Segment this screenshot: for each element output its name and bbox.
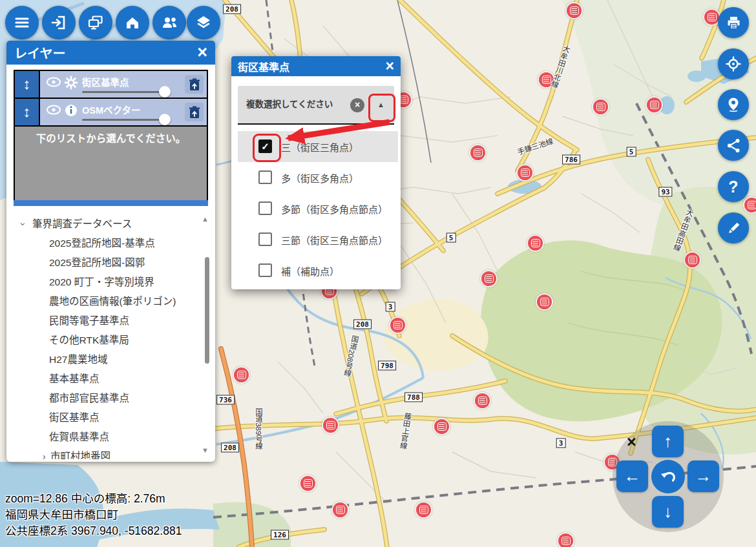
home-button[interactable] <box>116 6 149 39</box>
opacity-slider[interactable] <box>82 119 160 121</box>
map-marker-sankaku[interactable] <box>331 501 349 519</box>
layer-tree-item[interactable]: 民間等電子基準点 <box>6 311 215 331</box>
map-marker-sankaku[interactable] <box>480 270 498 287</box>
remove-layer-button[interactable] <box>185 75 204 94</box>
marker-glyph-icon <box>394 321 403 329</box>
opacity-slider-knob[interactable] <box>159 86 171 98</box>
layer-tree-item[interactable]: 2025登記所地図-基準点 <box>6 234 215 253</box>
opacity-slider-knob[interactable] <box>159 114 171 125</box>
layer-row[interactable]: ↕ OSMベクター <box>15 99 207 127</box>
dropdown-option[interactable]: 補（補助点） <box>238 255 398 286</box>
pan-left-button[interactable]: ← <box>616 460 648 492</box>
marker-glyph-icon <box>531 239 540 247</box>
map-marker-sankaku[interactable] <box>527 234 544 252</box>
layer-tree-item[interactable]: 佐賀県基準点 <box>6 428 215 447</box>
map-marker-sankaku[interactable] <box>565 2 583 19</box>
layer-tree-item[interactable]: 都市部官民基準点 <box>6 389 215 408</box>
scroll-up-icon[interactable]: ▲ <box>202 215 209 223</box>
checkbox-checked[interactable]: ✓ <box>258 139 272 153</box>
visibility-eye-icon[interactable] <box>46 77 61 87</box>
map-marker-sankaku[interactable] <box>536 293 553 311</box>
drag-handle-icon[interactable]: ↕ <box>15 99 40 125</box>
dropdown-option[interactable]: 多節（街区多角点節点） <box>238 193 398 224</box>
info-icon[interactable] <box>64 103 78 118</box>
marker-glyph-icon <box>326 421 335 429</box>
undo-view-button[interactable] <box>651 460 685 493</box>
share-icon <box>726 138 742 154</box>
marker-glyph-icon <box>748 201 756 209</box>
opacity-slider[interactable] <box>82 91 160 93</box>
map-marker-sankaku[interactable] <box>516 164 534 181</box>
map-marker-sankaku[interactable] <box>592 98 609 116</box>
scrollbar-thumb[interactable] <box>205 257 209 364</box>
map-marker-sankaku[interactable] <box>646 96 663 114</box>
checkbox-unchecked[interactable] <box>258 201 272 215</box>
help-button[interactable]: ? <box>718 171 749 202</box>
map-marker-sankaku[interactable] <box>684 251 701 269</box>
tree-parent-node[interactable]: › 筆界調査データベース <box>6 214 215 234</box>
share-button[interactable] <box>718 130 749 161</box>
displays-button[interactable] <box>79 6 112 39</box>
pan-down-button[interactable]: ↓ <box>652 496 684 528</box>
chevron-expanded-icon[interactable]: › <box>14 223 33 226</box>
marker-glyph-icon <box>688 256 697 264</box>
remove-layer-button[interactable] <box>185 103 204 121</box>
gear-icon[interactable] <box>64 76 78 90</box>
layer-tree-item[interactable]: 農地の区画情報(筆ポリゴン) <box>6 292 215 311</box>
multiselect-field[interactable]: 複数選択してください × ▲ <box>238 86 394 125</box>
layers-button[interactable] <box>187 6 220 39</box>
dropdown-arrow-icon[interactable]: ▲ <box>377 101 384 108</box>
tree-collapsed-node[interactable]: › 市町村地番図 <box>6 447 215 459</box>
map-marker-sankaku[interactable] <box>389 316 406 334</box>
layer-tree: › 筆界調査データベース 2025登記所地図-基準点2025登記所地図-図郭20… <box>6 208 215 459</box>
layer-row[interactable]: ↕ 街区基準点 <box>15 71 207 99</box>
clear-selection-button[interactable]: × <box>350 98 364 112</box>
chevron-collapsed-icon[interactable]: › <box>43 447 46 459</box>
dropdown-option[interactable]: 多（街区多角点） <box>238 162 398 193</box>
dropdown-option[interactable]: 三節（街区三角点節点） <box>238 224 398 255</box>
layer-tree-item[interactable]: 2020 町丁・字等別境界 <box>6 273 215 292</box>
map-marker-sankaku[interactable] <box>415 501 432 519</box>
close-icon[interactable]: × <box>386 57 394 75</box>
layer-tree-item[interactable]: 基本基準点 <box>6 369 215 389</box>
option-label: 三節（街区三角点節点） <box>281 233 388 247</box>
pan-right-button[interactable]: → <box>688 460 719 492</box>
marker-glyph-icon <box>237 371 246 379</box>
dialog-title: 街区基準点 <box>238 59 289 74</box>
draw-button[interactable] <box>718 212 749 243</box>
dropdown-option-list: ✓三（街区三角点）多（街区多角点）多節（街区多角点節点）三節（街区三角点節点）補… <box>238 131 398 286</box>
map-marker-sankaku[interactable] <box>469 144 487 161</box>
pan-up-button[interactable]: ↑ <box>652 426 684 457</box>
visibility-eye-icon[interactable] <box>46 105 61 115</box>
map-marker-sankaku[interactable] <box>557 532 574 547</box>
nav-close-icon[interactable]: × <box>627 433 636 451</box>
panel-divider-bar[interactable] <box>14 200 208 206</box>
map-marker-sankaku[interactable] <box>538 71 555 88</box>
map-marker-sankaku[interactable] <box>233 366 250 384</box>
layer-tree-item[interactable]: 2025登記所地図-図郭 <box>6 253 215 273</box>
position-button[interactable] <box>718 89 749 120</box>
layers-panel-header: レイヤー × <box>6 41 215 65</box>
print-button[interactable] <box>718 7 749 38</box>
dropdown-option[interactable]: ✓三（街区三角点） <box>238 131 398 162</box>
map-marker-sankaku[interactable] <box>299 475 317 492</box>
map-marker-sankaku[interactable] <box>433 418 450 435</box>
drag-handle-icon[interactable]: ↕ <box>15 71 40 98</box>
map-marker-sankaku[interactable] <box>474 392 491 409</box>
login-button[interactable] <box>42 6 76 39</box>
checkbox-unchecked[interactable] <box>258 263 272 277</box>
layer-tree-item[interactable]: その他RTK基準局 <box>6 331 215 350</box>
locate-button[interactable] <box>718 48 749 79</box>
scroll-down-icon[interactable]: ▼ <box>202 446 209 454</box>
map-marker-sankaku[interactable] <box>322 417 339 434</box>
layer-tree-item[interactable]: 街区基準点 <box>6 408 215 428</box>
users-button[interactable] <box>152 6 186 39</box>
map-marker-sankaku[interactable] <box>743 196 756 214</box>
marker-glyph-icon <box>540 298 549 306</box>
close-icon[interactable]: × <box>197 44 207 61</box>
checkbox-unchecked[interactable] <box>258 170 272 184</box>
menu-button[interactable] <box>5 6 39 39</box>
layer-tree-item[interactable]: H27農業地域 <box>6 350 215 369</box>
marker-glyph-icon <box>304 479 313 488</box>
checkbox-unchecked[interactable] <box>258 232 272 246</box>
